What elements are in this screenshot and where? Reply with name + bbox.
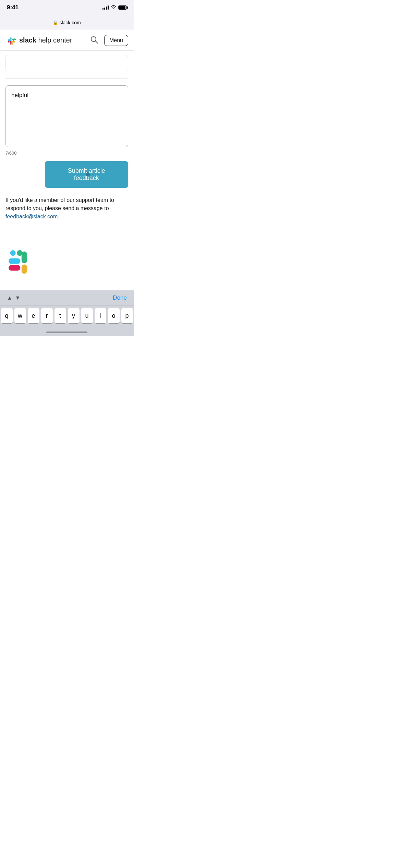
key-r[interactable]: r [41, 308, 53, 323]
keyboard-toolbar: ▲ ▼ Done [0, 290, 134, 305]
key-u[interactable]: u [81, 308, 93, 323]
signal-icon [102, 5, 109, 10]
key-w[interactable]: w [14, 308, 26, 323]
key-q[interactable]: q [1, 308, 13, 323]
status-bar: 9:41 [0, 0, 134, 15]
key-t[interactable]: t [54, 308, 66, 323]
section-divider-top [5, 78, 128, 79]
key-o[interactable]: o [108, 308, 120, 323]
char-count: 7/600 [5, 150, 128, 156]
status-icons [102, 5, 127, 10]
submit-btn-dot [86, 172, 90, 177]
section-divider-bottom [5, 232, 128, 232]
keyboard-done-button[interactable]: Done [113, 294, 127, 301]
home-bar [46, 331, 87, 333]
keyboard-row-1: q w e r t y u i o p [1, 308, 132, 323]
slack-logo-icon [5, 35, 16, 46]
keyboard-arrows: ▲ ▼ [7, 295, 21, 301]
lock-icon: 🔒 [53, 20, 58, 25]
key-e[interactable]: e [28, 308, 39, 323]
svg-rect-8 [22, 264, 27, 274]
main-content: helpful 7/600 Submit article feedback If… [0, 55, 134, 290]
svg-rect-7 [22, 252, 27, 263]
svg-line-1 [95, 41, 98, 44]
feedback-textarea[interactable]: helpful [5, 85, 128, 147]
keyboard: q w e r t y u i o p [0, 305, 134, 329]
nav-actions: Menu [88, 34, 128, 47]
submit-feedback-button[interactable]: Submit article feedback [45, 161, 128, 188]
slack-logo: slack help center [5, 35, 72, 46]
nav-header: slack help center Menu [0, 30, 134, 51]
svg-rect-6 [9, 265, 20, 270]
wifi-icon [111, 5, 116, 10]
footer-slack-icon [5, 247, 36, 278]
brand-text: slack help center [19, 36, 72, 44]
support-email-link[interactable]: feedback@slack.com [5, 214, 58, 219]
battery-icon [118, 5, 127, 10]
menu-button[interactable]: Menu [104, 35, 128, 46]
svg-rect-5 [9, 258, 20, 264]
home-indicator [0, 329, 134, 336]
svg-rect-2 [10, 250, 16, 256]
next-field-button[interactable]: ▼ [15, 295, 21, 301]
status-time: 9:41 [7, 4, 19, 11]
search-button[interactable] [88, 34, 100, 47]
key-i[interactable]: i [95, 308, 106, 323]
support-text: If you'd like a member of our support te… [5, 196, 128, 221]
browser-bar: 🔒 slack.com [0, 15, 134, 30]
key-p[interactable]: p [121, 308, 133, 323]
partial-card [5, 55, 128, 71]
prev-field-button[interactable]: ▲ [7, 295, 12, 301]
feedback-section: helpful 7/600 Submit article feedback If… [0, 85, 134, 221]
browser-url: 🔒 slack.com [53, 20, 81, 25]
search-icon [90, 35, 99, 44]
key-y[interactable]: y [68, 308, 80, 323]
footer-logo [0, 240, 134, 290]
